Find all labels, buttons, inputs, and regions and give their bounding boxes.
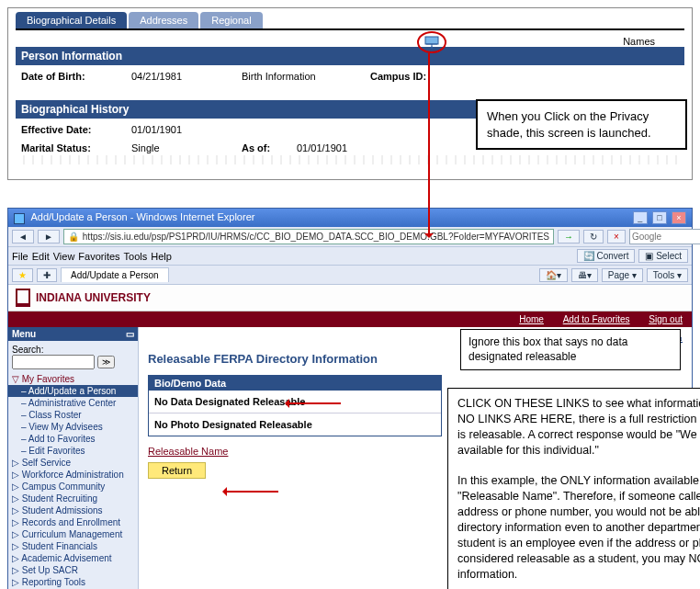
- maximize-button[interactable]: □: [652, 211, 667, 224]
- asof-value: 01/01/1901: [297, 142, 407, 153]
- callout-ignore: Ignore this box that says no data design…: [460, 329, 681, 370]
- privacy-shade-icon[interactable]: [424, 36, 439, 49]
- person-info-header: Person Information: [16, 47, 684, 65]
- add-favorites-icon[interactable]: ✚: [37, 268, 57, 282]
- favorites-star-icon[interactable]: ★: [12, 268, 33, 282]
- person-info-label: Person Information: [21, 50, 122, 62]
- search-box[interactable]: [629, 229, 700, 244]
- window-title-text: Add/Update a Person - Windows Internet E…: [30, 211, 254, 222]
- minimize-button[interactable]: _: [633, 211, 648, 224]
- effdate-label: Effective Date:: [21, 124, 131, 135]
- red-arrow-to-relname: [223, 491, 278, 493]
- tab-biographical[interactable]: Biographical Details: [16, 12, 127, 28]
- sidebar-menu-label: Menu: [12, 329, 36, 339]
- iu-trident-icon: [16, 289, 30, 307]
- sidebar-item-16[interactable]: ▷ Set Up SACR: [8, 564, 138, 576]
- sidebar-item-17[interactable]: ▷ Reporting Tools: [8, 576, 138, 588]
- iu-logo: INDIANA UNIVERSITY: [16, 289, 151, 307]
- menu-help[interactable]: Help: [151, 251, 172, 262]
- menu-bar: File Edit View Favorites Tools Help 🔄 Co…: [8, 247, 692, 266]
- url-text: https://sis.iu.edu/psp/PS1PRD/IU/HRMS/c/…: [83, 232, 549, 242]
- go-button[interactable]: →: [558, 230, 580, 244]
- bio-demo-group: Bio/Demo Data No Data Designated Releasa…: [148, 375, 442, 436]
- sidebar-item-14[interactable]: ▷ Student Financials: [8, 540, 138, 552]
- tools-dropdown[interactable]: Tools ▾: [647, 268, 688, 282]
- select-button[interactable]: ▣ Select: [638, 249, 688, 263]
- names-link[interactable]: Names: [623, 36, 655, 47]
- return-button[interactable]: Return: [148, 462, 206, 479]
- effdate-value: 01/01/1901: [131, 124, 242, 135]
- ie-icon: [14, 213, 25, 224]
- iu-navbar: Home Add to Favorites Sign out: [8, 311, 692, 327]
- svg-rect-0: [425, 37, 438, 44]
- sidebar: Menu ▭ Search: ≫ ▽ My Favorites– Add/Upd…: [8, 327, 139, 589]
- sidebar-item-9[interactable]: ▷ Campus Community: [8, 481, 138, 493]
- refresh-button[interactable]: ↻: [583, 230, 604, 244]
- sidebar-item-13[interactable]: ▷ Curriculum Management: [8, 528, 138, 540]
- forward-button[interactable]: ►: [38, 230, 60, 244]
- address-bar-row: ◄ ► 🔒 https://sis.iu.edu/psp/PS1PRD/IU/H…: [8, 227, 692, 247]
- sidebar-item-11[interactable]: ▷ Student Admissions: [8, 504, 138, 516]
- sidebar-item-8[interactable]: ▷ Workforce Administration: [8, 469, 138, 481]
- bio-demo-header: Bio/Demo Data: [149, 376, 441, 391]
- red-arrow-to-nodata: [286, 402, 341, 404]
- page-dropdown[interactable]: Page ▾: [602, 268, 643, 282]
- stop-button[interactable]: ×: [607, 230, 626, 244]
- sidebar-list: ▽ My Favorites– Add/Update a Person– Adm…: [8, 373, 138, 589]
- sidebar-item-7[interactable]: ▷ Self Service: [8, 457, 138, 469]
- content-area: Menu ▭ Search: ≫ ▽ My Favorites– Add/Upd…: [8, 327, 692, 589]
- asof-label: As of:: [242, 142, 297, 153]
- sidebar-item-6[interactable]: – Edit Favorites: [8, 445, 138, 457]
- titlebar: Add/Update a Person - Windows Internet E…: [8, 209, 692, 227]
- dob-value: 04/21/1981: [131, 71, 242, 82]
- sidebar-search-go[interactable]: ≫: [97, 356, 115, 368]
- tab-row: Biographical Details Addresses Regional: [16, 12, 684, 30]
- menu-file[interactable]: File: [12, 251, 28, 262]
- tab-addresses[interactable]: Addresses: [129, 12, 198, 28]
- sidebar-item-12[interactable]: ▷ Records and Enrollment: [8, 516, 138, 528]
- sidebar-item-10[interactable]: ▷ Student Recruiting: [8, 493, 138, 504]
- close-button[interactable]: ×: [672, 211, 686, 224]
- address-bar[interactable]: 🔒 https://sis.iu.edu/psp/PS1PRD/IU/HRMS/…: [63, 229, 554, 244]
- callout-links: CLICK ON THESE LINKS to see what informa…: [447, 388, 700, 589]
- back-button[interactable]: ◄: [12, 230, 34, 244]
- callout-privacy: When you Click on the Privacy shade, thi…: [476, 99, 687, 150]
- convert-button[interactable]: 🔄 Convert: [577, 249, 636, 263]
- browser-tabs: ★ ✚ Add/Update a Person 🏠▾ 🖶▾ Page ▾ Too…: [8, 266, 692, 285]
- dob-label: Date of Birth:: [21, 71, 131, 82]
- marital-value: Single: [131, 142, 242, 153]
- sidebar-item-4[interactable]: – View My Advisees: [8, 421, 138, 433]
- sidebar-collapse-icon[interactable]: ▭: [126, 329, 134, 339]
- nav-home[interactable]: Home: [519, 314, 544, 324]
- sidebar-search: Search: ≫: [8, 341, 138, 373]
- browser-tab-active[interactable]: Add/Update a Person: [61, 267, 169, 282]
- dob-row: Date of Birth: 04/21/1981 Birth Informat…: [16, 65, 684, 84]
- menu-view[interactable]: View: [53, 251, 75, 262]
- menu-tools[interactable]: Tools: [124, 251, 148, 262]
- sidebar-search-label: Search:: [12, 345, 134, 355]
- sidebar-item-3[interactable]: – Class Roster: [8, 409, 138, 421]
- sidebar-header: Menu ▭: [8, 327, 138, 341]
- sidebar-item-1[interactable]: – Add/Update a Person: [8, 385, 138, 397]
- tab-regional[interactable]: Regional: [200, 12, 262, 28]
- menu-edit[interactable]: Edit: [32, 251, 50, 262]
- nav-sign-out[interactable]: Sign out: [649, 314, 683, 324]
- no-data-text: No Data Designated Releasable: [149, 391, 441, 413]
- sidebar-item-5[interactable]: – Add to Favorites: [8, 433, 138, 445]
- menu-favorites[interactable]: Favorites: [78, 251, 119, 262]
- birth-info-link[interactable]: Birth Information: [242, 71, 370, 82]
- browser-window: Add/Update a Person - Windows Internet E…: [7, 208, 693, 589]
- svg-point-3: [431, 47, 434, 50]
- sidebar-item-2[interactable]: – Administrative Center: [8, 397, 138, 409]
- print-icon[interactable]: 🖶▾: [571, 268, 598, 282]
- iu-name: INDIANA UNIVERSITY: [36, 291, 151, 304]
- home-icon[interactable]: 🏠▾: [539, 268, 568, 282]
- privacy-shade-circle: [417, 31, 446, 53]
- nav-add-favorites[interactable]: Add to Favorites: [563, 314, 630, 324]
- sidebar-search-input[interactable]: [12, 355, 95, 369]
- iu-header: INDIANA UNIVERSITY: [8, 285, 692, 311]
- sidebar-item-0[interactable]: ▽ My Favorites: [8, 373, 138, 385]
- biographical-details-panel: Biographical Details Addresses Regional …: [7, 7, 693, 180]
- sidebar-item-15[interactable]: ▷ Academic Advisement: [8, 552, 138, 564]
- lock-icon: 🔒: [68, 232, 79, 242]
